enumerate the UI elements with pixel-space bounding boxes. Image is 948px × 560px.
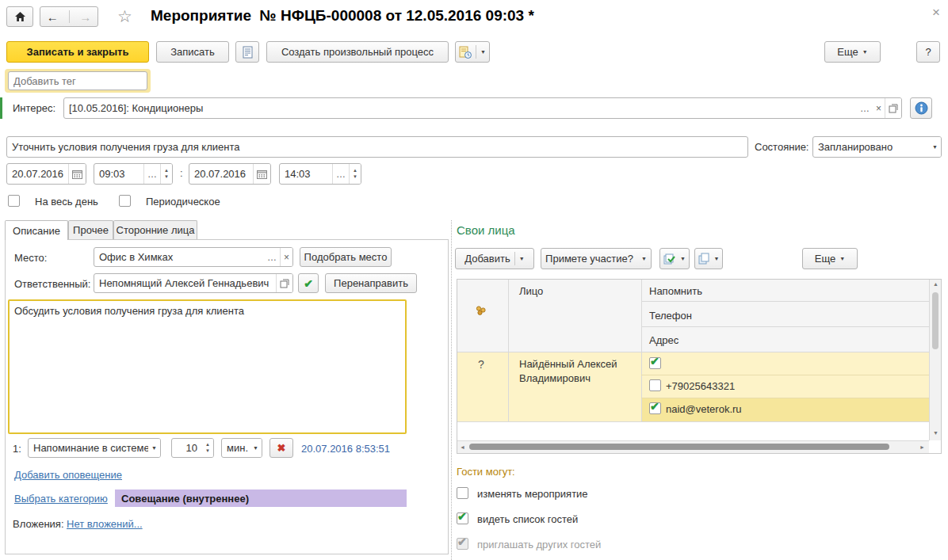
all-day-checkbox[interactable]	[8, 195, 20, 207]
phone-checkbox[interactable]	[649, 379, 661, 391]
reminder-value: 10	[172, 442, 202, 454]
calendar-icon[interactable]	[253, 164, 270, 184]
row-person[interactable]: Найдённый Алексей Владимирович	[519, 357, 634, 386]
participate-button[interactable]: Примете участие? ▼	[541, 248, 652, 269]
participants-more-label: Еще	[815, 253, 835, 265]
confirm-responsible-button[interactable]: ✔	[298, 273, 319, 293]
scroll-left-icon[interactable]: ◄	[460, 444, 465, 450]
guests-see-list-label: видеть список гостей	[477, 513, 578, 525]
more-button[interactable]: Еще ▼	[824, 41, 881, 63]
favorite-star-icon[interactable]: ☆	[117, 7, 132, 26]
scroll-down-icon[interactable]: ▼	[933, 430, 938, 436]
chevron-down-icon[interactable]: ▼	[519, 256, 525, 261]
horizontal-scrollbar[interactable]: ◄ ►	[457, 440, 929, 453]
interest-label: Интерес:	[13, 102, 55, 114]
spin-up-icon: ▲	[353, 169, 357, 173]
chevron-down-icon: ▼	[862, 49, 868, 55]
save-button[interactable]: Записать	[156, 41, 229, 63]
description-textarea[interactable]: Обсудить условия получения груза для кли…	[8, 299, 407, 434]
guests-invite-checkbox[interactable]	[457, 538, 468, 550]
time-spinner[interactable]: ▲ ▼	[160, 164, 172, 184]
time-spinner[interactable]: ▲ ▼	[349, 164, 361, 184]
column-remind[interactable]: Напомнить	[649, 285, 702, 297]
add-tag-input[interactable]	[8, 71, 147, 90]
remind-checkbox[interactable]	[649, 357, 661, 369]
responsible-field[interactable]: Непомнящий Алексей Геннадьевич	[94, 273, 293, 293]
periodic-checkbox[interactable]	[119, 195, 131, 207]
date-to-field[interactable]: 20.07.2016	[189, 163, 271, 185]
state-select[interactable]: Запланировано ▼	[812, 136, 942, 158]
ellipsis-button[interactable]: …	[264, 248, 280, 266]
ellipsis-button[interactable]: …	[857, 98, 873, 118]
info-button[interactable]	[910, 97, 932, 119]
chevron-down-icon[interactable]: ▼	[714, 256, 720, 261]
row-phone[interactable]: +79025643321	[666, 380, 735, 392]
tab-third-parties[interactable]: Сторонние лица	[113, 220, 197, 239]
vertical-scrollbar[interactable]: ▲ ▼	[929, 280, 941, 440]
process-template-button[interactable]: ▼	[455, 41, 490, 63]
home-button[interactable]	[6, 6, 33, 27]
ellipsis-button[interactable]: …	[143, 164, 160, 184]
tab-other[interactable]: Прочее	[68, 220, 113, 239]
reminder-value-stepper[interactable]: 10 ▲ ▼	[171, 438, 214, 458]
add-alert-link[interactable]: Добавить оповещение	[14, 469, 122, 481]
chevron-down-icon[interactable]: ▼	[148, 439, 160, 457]
select-category-link[interactable]: Выбрать категорию	[14, 493, 108, 505]
horizontal-scroll-thumb[interactable]	[469, 444, 889, 450]
close-icon[interactable]: ×	[932, 5, 940, 21]
time-to-field[interactable]: 14:03 … ▲ ▼	[279, 163, 361, 185]
tab-description[interactable]: Описание	[5, 220, 68, 240]
interest-field[interactable]: [10.05.2016]: Кондиционеры … ×	[63, 97, 902, 119]
chevron-down-icon[interactable]: ▼	[680, 256, 686, 261]
vertical-scroll-thumb[interactable]	[932, 292, 938, 349]
open-icon[interactable]	[885, 98, 901, 118]
calendar-icon[interactable]	[68, 164, 86, 184]
pick-place-button[interactable]: Подобрать место	[300, 247, 392, 267]
open-icon[interactable]	[276, 274, 292, 292]
clear-icon[interactable]: ×	[280, 248, 292, 266]
participants-table: Лицо Напомнить Телефон Адрес ? Найдённый…	[457, 279, 942, 454]
guests-see-list-checkbox[interactable]	[457, 512, 468, 524]
place-field[interactable]: Офис в Химках … ×	[94, 247, 293, 267]
participants-more-button[interactable]: Еще ▼	[802, 248, 858, 269]
save-and-close-button[interactable]: Записать и закрыть	[6, 41, 149, 63]
mark-all-button[interactable]: ▼	[659, 248, 690, 269]
date-from-field[interactable]: 20.07.2016	[6, 163, 86, 185]
row-address[interactable]: naid@veterok.ru	[666, 403, 742, 415]
subject-input[interactable]	[6, 136, 748, 158]
document-button[interactable]	[235, 41, 259, 63]
document-clock-icon	[459, 46, 472, 59]
scroll-right-icon[interactable]: ►	[919, 444, 925, 450]
chevron-down-icon[interactable]: ▼	[929, 137, 941, 157]
attachments-link[interactable]: Нет вложений...	[67, 518, 143, 530]
guests-edit-checkbox[interactable]	[457, 487, 468, 499]
guests-invite-label: приглашать других гостей	[477, 539, 601, 550]
panel-splitter[interactable]	[451, 220, 452, 560]
ellipsis-button[interactable]: …	[332, 164, 349, 184]
address-checkbox[interactable]	[649, 402, 661, 414]
chevron-down-icon[interactable]: ▼	[480, 49, 486, 55]
reminder-spinner[interactable]: ▲ ▼	[202, 439, 213, 457]
forward-arrow-icon[interactable]: →	[74, 10, 98, 24]
scroll-up-icon[interactable]: ▲	[933, 281, 938, 287]
column-address[interactable]: Адрес	[649, 334, 679, 346]
column-person[interactable]: Лицо	[519, 285, 543, 297]
chevron-down-icon[interactable]: ▼	[641, 256, 647, 261]
check-icon: ✔	[304, 277, 313, 290]
chevron-down-icon[interactable]: ▼	[250, 439, 262, 457]
create-process-button[interactable]: Создать произвольный процесс	[266, 41, 449, 63]
time-from-field[interactable]: 09:03 … ▲ ▼	[94, 163, 173, 185]
column-phone[interactable]: Телефон	[649, 310, 692, 322]
attachments-label: Вложения:	[13, 518, 64, 530]
reminder-unit-select[interactable]: мин. ▼	[221, 438, 262, 458]
guests-title: Гости могут:	[457, 466, 515, 478]
clear-icon[interactable]: ×	[873, 98, 885, 118]
responsible-label: Ответственный:	[14, 278, 90, 290]
reminder-type-select[interactable]: Напоминание в системе ▼	[28, 438, 161, 458]
redirect-button[interactable]: Перенаправить	[325, 273, 417, 293]
back-arrow-icon[interactable]: ←	[40, 10, 65, 24]
copy-rows-button[interactable]: ▼	[694, 248, 723, 269]
help-button[interactable]: ?	[916, 41, 940, 63]
delete-reminder-button[interactable]: ✖	[269, 438, 293, 458]
add-participant-button[interactable]: Добавить ▼	[455, 248, 534, 269]
